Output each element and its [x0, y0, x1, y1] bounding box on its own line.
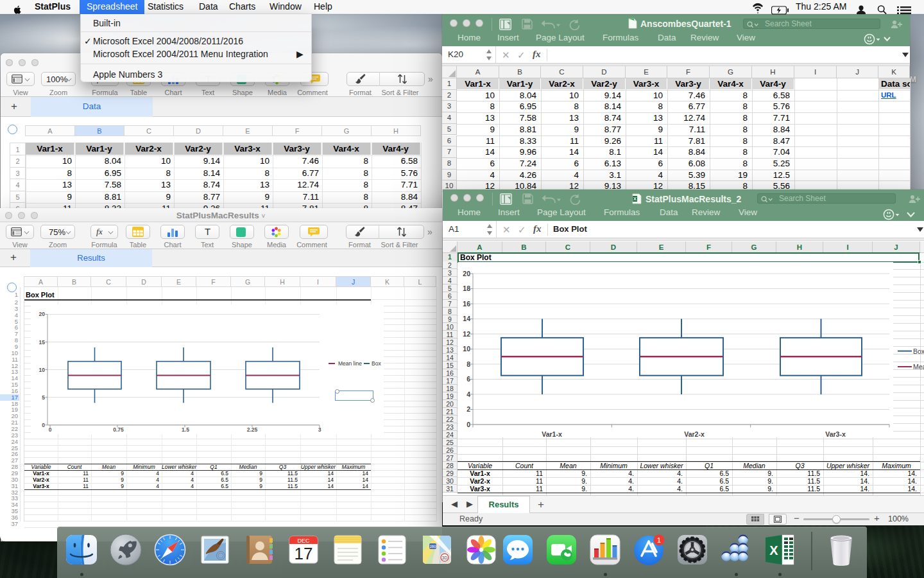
svg-text:0.75: 0.75 [113, 426, 124, 433]
svg-text:0: 0 [466, 421, 470, 428]
svg-text:20: 20 [463, 270, 470, 277]
svg-text:Var2-x: Var2-x [684, 430, 705, 438]
svg-text:3: 3 [318, 426, 321, 433]
svg-text:6: 6 [466, 375, 470, 383]
svg-text:0: 0 [42, 422, 45, 428]
svg-text:10: 10 [463, 345, 470, 353]
svg-text:20: 20 [39, 311, 46, 317]
svg-text:DEC: DEC [297, 538, 310, 544]
svg-text:2.25: 2.25 [247, 426, 258, 433]
svg-text:2: 2 [466, 405, 470, 413]
svg-text:280: 280 [429, 545, 436, 548]
svg-text:0: 0 [49, 426, 52, 433]
svg-text:3D: 3D [442, 556, 448, 560]
svg-text:17: 17 [295, 544, 313, 563]
svg-text:X: X [769, 543, 778, 557]
svg-text:Var1-x: Var1-x [542, 430, 562, 438]
svg-text:4: 4 [466, 390, 470, 398]
svg-text:12: 12 [463, 330, 470, 338]
svg-text:Box: Box [913, 347, 924, 355]
svg-text:Mea: Mea [913, 363, 924, 371]
svg-text:1.5: 1.5 [182, 426, 189, 433]
svg-text:Var3-x: Var3-x [825, 430, 846, 438]
svg-text:14: 14 [463, 315, 470, 322]
svg-text:8: 8 [466, 360, 470, 368]
svg-text:15: 15 [39, 339, 46, 346]
svg-text:18: 18 [463, 285, 470, 292]
svg-text:1: 1 [657, 536, 661, 544]
svg-text:16: 16 [463, 300, 470, 308]
svg-text:10: 10 [39, 367, 46, 373]
svg-text:5: 5 [42, 394, 45, 401]
